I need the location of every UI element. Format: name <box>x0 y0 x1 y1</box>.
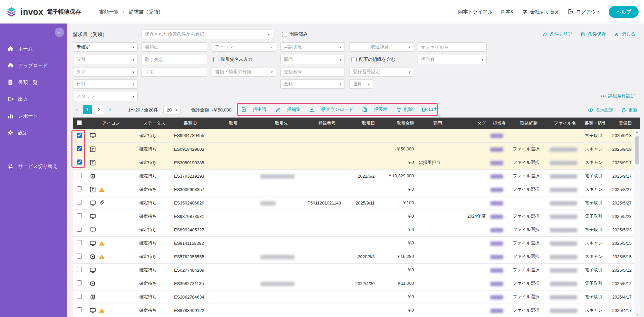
staff-cell <box>488 277 511 290</box>
vertical-scrollbar[interactable]: ▲ ▼ <box>634 129 640 317</box>
bulk-edit-button[interactable]: 一括編集 <box>275 106 301 112</box>
table-row[interactable]: 確定待ちES3050199285￥0C:採用担当ファイル選択スキャン2025/9… <box>73 156 634 169</box>
scroll-up-button[interactable]: ▲ <box>634 129 640 134</box>
row-checkbox[interactable] <box>77 307 82 312</box>
vendor-name-input[interactable] <box>142 55 207 64</box>
sidebar-item-upload[interactable]: アップロード <box>0 57 67 74</box>
sidebar-item-home[interactable]: ホーム <box>0 40 67 57</box>
sidebar-item-report[interactable]: レポート <box>0 107 67 124</box>
switch-company-button[interactable]: 会社切り替え <box>522 9 560 15</box>
table-row[interactable]: 確定待ちES9934789455電子取引2025/9/18 <box>73 129 634 142</box>
row-checkbox[interactable] <box>77 133 82 138</box>
table-row[interactable]: 確定待ちES9141158292￥0ファイル選択スキャン2025/5/15 <box>73 236 634 250</box>
saved-search-select[interactable]: 保存された検索条件から選択 ▾ <box>142 30 273 39</box>
row-checkbox[interactable] <box>77 173 82 178</box>
reg-no-cell: T5011201021143 <box>305 196 348 210</box>
reg-no-setting-select[interactable]: 登録番号設定▾ <box>350 67 414 77</box>
staff2-select[interactable]: スタッフ▾ <box>73 92 138 101</box>
refresh-button[interactable]: 更新 <box>621 107 637 113</box>
checkbox[interactable] <box>352 57 357 62</box>
table-row[interactable]: 確定待ちES0918429603-￥50,000ファイル選択スキャン2025/9… <box>73 142 634 156</box>
amount-select[interactable]: 金額▾ <box>280 79 345 89</box>
department-select[interactable]: 部門▾ <box>280 55 345 64</box>
table-row[interactable]: 確定待ちES2862784634￥0ファイル選択電子取引2025/4/17 <box>73 290 634 304</box>
row-checkbox[interactable] <box>77 146 82 151</box>
row-checkbox[interactable] <box>77 267 82 272</box>
breadcrumb-parent[interactable]: 書類一覧 <box>99 9 119 15</box>
deleted-filter-checkbox[interactable]: 削除済み <box>282 30 308 39</box>
date-select[interactable]: 日付▾ <box>73 79 138 89</box>
sidebar-item-documents[interactable]: 書類一覧 <box>0 74 67 91</box>
row-checkbox[interactable] <box>77 200 82 205</box>
category-cell: スキャン <box>583 156 605 169</box>
row-checkbox[interactable] <box>77 213 82 218</box>
select-all-checkbox[interactable] <box>77 120 82 125</box>
reg-no-input[interactable] <box>280 67 345 77</box>
logout-button[interactable]: ログアウト <box>568 9 601 15</box>
table-row[interactable]: 確定待ちES35827311352022/4/30￥11,000ファイル選択電子… <box>73 277 634 290</box>
status-filter-select[interactable]: 未確定▾ <box>73 42 138 52</box>
doc-id-input[interactable] <box>142 42 207 52</box>
row-checkbox[interactable] <box>77 186 82 191</box>
bulk-apply-button[interactable]: 一括申請 <box>241 106 266 112</box>
table-row[interactable]: 確定待ちES3006908357￥0ファイル選択スキャン2025/8/27 <box>73 183 634 196</box>
scroll-down-button[interactable]: ▼ <box>634 312 640 317</box>
close-filters-button[interactable]: 閉じる <box>614 31 635 37</box>
save-conditions-button[interactable]: 条件保存 <box>581 31 606 37</box>
row-checkbox[interactable] <box>77 254 82 259</box>
import-route-select[interactable]: 取込経路▾ <box>350 42 414 52</box>
bulk-download-button[interactable]: 一括ダウンロード <box>309 106 354 112</box>
table-row[interactable]: 確定待ちES0277484209￥0ファイル選択電子取引2025/5/12 <box>73 263 634 277</box>
page-button-2[interactable]: 2 <box>95 105 104 114</box>
advanced-settings-link[interactable]: •••詳細条件設定 <box>601 93 635 99</box>
checkbox[interactable] <box>213 57 218 62</box>
bulk-export-button[interactable]: 出力 <box>422 106 438 112</box>
prev-page-button[interactable]: ‹ <box>73 105 80 114</box>
bulk-view-button[interactable]: 一括表示 <box>362 106 388 112</box>
view-icon <box>362 107 368 112</box>
amount-cell: ￥0 <box>377 263 416 277</box>
table-row[interactable]: 確定待ちES8783409122￥0ファイル選択スキャン2025/4/17 <box>73 304 634 317</box>
table-row[interactable]: 確定待ちES3502406620T50112010211432025/9/11￥… <box>73 196 634 210</box>
chevron-down-icon: ▾ <box>132 70 134 74</box>
table-row[interactable]: 確定待ちES8992485327￥0ファイル選択電子取引2025/5/23 <box>73 223 634 236</box>
table-row[interactable]: 確定待ちES37032192932022/6/2￥10,329,000ファイル選… <box>73 169 634 183</box>
scrollbar-thumb[interactable] <box>635 136 639 165</box>
vendor-cell <box>258 223 305 236</box>
clear-conditions-button[interactable]: 条件クリア <box>542 31 572 37</box>
approval-status-select[interactable]: 承認状況▾ <box>280 42 345 52</box>
page-size-select[interactable]: 20▾ <box>163 105 181 115</box>
original-filename-input[interactable] <box>418 42 487 52</box>
table-row[interactable]: 確定待ちES9379873531￥02024年度ファイル選択電子取引2025/5… <box>73 210 634 223</box>
row-checkbox[interactable] <box>77 280 82 285</box>
bulk-delete-button[interactable]: 削除 <box>396 106 413 112</box>
page-button-1[interactable]: 1 <box>83 105 92 114</box>
sidebar-item-service-switch[interactable]: サービス切り替え <box>0 158 67 175</box>
app-logo[interactable]: invox 電子帳簿保存 <box>0 6 81 18</box>
staff-select[interactable]: 担当者▾ <box>418 55 487 64</box>
row-checkbox[interactable] <box>77 227 82 232</box>
checkbox[interactable] <box>282 32 287 37</box>
category-select[interactable]: 書類・情報の分類▾ <box>212 67 276 77</box>
display-settings-button[interactable]: 表示設定 <box>588 107 613 113</box>
route-cell: ファイル選択 <box>511 304 547 317</box>
sidebar-item-settings[interactable]: 設定 <box>0 124 67 141</box>
department-cell <box>416 263 459 277</box>
icon-filter-select[interactable]: アイコン▾ <box>212 42 276 52</box>
sidebar-collapse-button[interactable]: « <box>55 28 64 37</box>
help-button[interactable]: ヘルプ <box>609 6 639 18</box>
currency-select[interactable]: 通貨▾ <box>350 79 373 89</box>
vendor-empty-checkbox[interactable]: 取引先名未入力 <box>213 55 253 64</box>
memo-input[interactable] <box>142 67 207 77</box>
row-checkbox[interactable] <box>77 160 82 165</box>
table-row[interactable]: 確定待ちES57820565552020/8/3￥16,280ファイル選択スキャ… <box>73 250 634 263</box>
warning-icon <box>99 307 105 314</box>
tag-select[interactable]: タグ▾ <box>73 67 138 77</box>
row-checkbox[interactable] <box>77 240 82 245</box>
doc-id-cell: ES3703219293 <box>172 169 209 183</box>
sidebar-item-output[interactable]: 出力 <box>0 91 67 107</box>
trade-filter-select[interactable]: 取引▾ <box>73 55 138 64</box>
include-sub-org-checkbox[interactable]: 配下の組織を含む <box>352 55 395 64</box>
row-checkbox[interactable] <box>77 294 82 299</box>
next-page-button[interactable]: › <box>106 105 114 114</box>
